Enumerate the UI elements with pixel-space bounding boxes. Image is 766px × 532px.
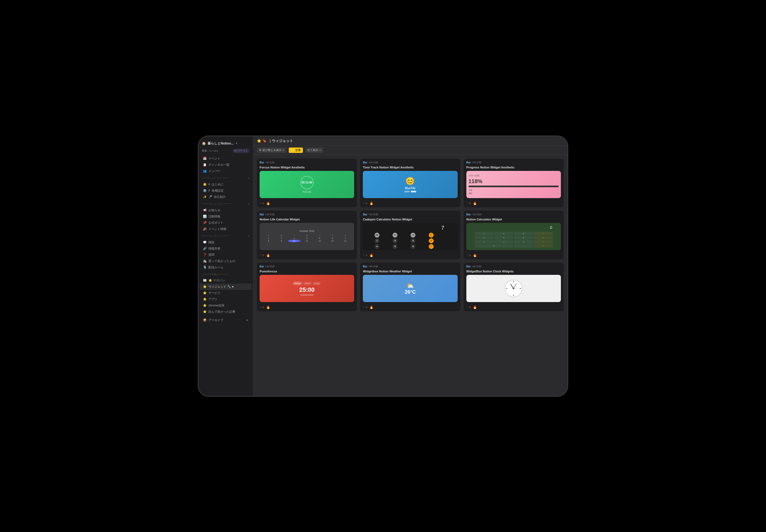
content-divider: ーーーコンテンツーーー + [199, 232, 253, 239]
tablet-frame: 🏠 暮らしとNotion... ▼ 投票：レベル1 9クブースト 📅 イベント … [198, 136, 568, 397]
sidebar-label: イベント情報 [209, 227, 227, 231]
card-header: Rei +30 日前 [257, 159, 357, 165]
server-icon: 🏠 [202, 142, 206, 145]
card-notion-calc[interactable]: Rei +30 日前 Notion Calculator Widget 0 7 … [464, 211, 563, 259]
sidebar-item-widget[interactable]: ⭐ ウィジェット 🔧 ● [200, 284, 252, 290]
card-image: 7 AC +/- % ÷ 7 8 9 × [363, 223, 457, 250]
card-focus[interactable]: Rei +30 日前 Forcus Notion Widget Aestheti… [257, 159, 357, 207]
card-calculator[interactable]: Rei +30 日前 Cadepen Calculator Notion Wid… [360, 211, 460, 259]
sidebar-item-settings[interactable]: ⚙️ # 各種設定 [200, 187, 252, 194]
card-title: Notion Life Calendar Widget [257, 217, 357, 223]
sidebar-level: 投票：レベル1 9クブースト [199, 148, 253, 155]
level-badge: 投票：レベル1 [202, 149, 218, 153]
add-community-icon[interactable]: + [248, 202, 250, 206]
sidebar-label: 各種設定 [212, 189, 224, 193]
sidebar-item-chat[interactable]: 💬 雑談 [200, 239, 252, 245]
sidebar-label: ウィジェット 🔧 ● [209, 285, 234, 289]
emoji-reaction: 🔥 [369, 305, 373, 309]
sidebar: 🏠 暮らしとNotion... ▼ 投票：レベル1 9クブースト 📅 イベント … [199, 136, 253, 396]
sidebar-item-activity[interactable]: 📊 活動情報 [200, 213, 252, 220]
card-progress[interactable]: Rei +30 日前 Progress Notion Widget Aesthe… [464, 159, 563, 207]
emoji-reaction: 🔥 [266, 201, 270, 205]
card-footer: ♡ 0 🔥 [464, 252, 563, 259]
stream-icon: 🎙️ [203, 266, 207, 269]
like-count: ♡ 0 [260, 254, 264, 257]
calculator-preview: 7 AC +/- % ÷ 7 8 9 × [363, 223, 457, 250]
card-header: Rei +30 日前 [464, 159, 563, 165]
card-header: Rei +30 日前 [464, 211, 563, 217]
sidebar-item-members[interactable]: 👥 メンバー [200, 168, 252, 174]
emoji-reaction: 🔥 [266, 253, 270, 257]
sidebar-label: 公式ポスト [209, 221, 224, 225]
card-header: Rei +30 日前 [360, 159, 460, 165]
archive-chevron: ▶ [247, 319, 249, 321]
timetrack-preview: 😊 BlueTile [363, 171, 457, 198]
sidebar-general-section: 🌟 # はじめに ⚙️ # 各種設定 ✨ 🎤 自己紹介 [199, 181, 253, 200]
card-pomodoro[interactable]: Rei +30 日前 Pumoforcus Focus Short Long 2… [257, 263, 357, 311]
card-image: ⛅ 26°C [363, 275, 457, 302]
sidebar-item-apps[interactable]: ⭐ アプリ [200, 296, 252, 302]
card-footer: ♡ 0 🔥 [464, 304, 563, 311]
card-weather[interactable]: Rei +30 日前 Widgetbox Notion Weather Widg… [360, 263, 460, 311]
sidebar-label: 買って良かったもの [209, 259, 235, 263]
sidebar-content-section: 📰 ⭐ マガジン ⭐ ウィジェット 🔧 ● ⭐ サービス ⭐ アプリ ⭐ chr… [199, 277, 253, 315]
sidebar-label: 雑談 [209, 240, 215, 244]
add-news-icon[interactable]: + [248, 176, 250, 180]
sidebar-item-share[interactable]: 🔗 情報共有 [200, 245, 252, 252]
server-name[interactable]: 🏠 暮らしとNotion... ▼ [202, 141, 238, 146]
sidebar-item-buys[interactable]: 🛍️ 買って良かったもの [200, 258, 252, 264]
view-all-button[interactable]: 全て表示 ∨ [305, 147, 323, 153]
sort-button[interactable]: ⇅ 並び替え＆表示 ∨ [257, 147, 287, 153]
sidebar-item-events[interactable]: 📅 イベント [200, 155, 252, 162]
sidebar-item-magazine[interactable]: 📰 ⭐ マガジン [200, 277, 252, 284]
sidebar-item-announcements[interactable]: 📢 お知らせ [200, 207, 252, 213]
pomodoro-preview: Focus Short Long 25:00 [260, 275, 354, 302]
clock-preview [466, 275, 561, 302]
card-footer: ♡ 0 🔥 [257, 304, 357, 311]
chat-icon: 💬 [203, 241, 207, 244]
card-clock[interactable]: Rei +30 日前 WidgetBox Notion Clock Widget… [464, 263, 563, 311]
progress-preview: 今月の目標 118% 読書✓ 運動 [466, 171, 561, 198]
sidebar-item-posts[interactable]: 📌 公式ポスト [200, 220, 252, 226]
sidebar-item-services[interactable]: ⭐ サービス [200, 290, 252, 296]
card-footer: ♡ 0 🔥 [257, 200, 357, 207]
filter-popular-button[interactable]: ⭐ 定番 [289, 147, 303, 153]
share-icon: 🔗 [203, 247, 207, 250]
card-footer: ♡ 0 🔥 [257, 252, 357, 259]
card-title: Notion Calculator Widget [464, 217, 563, 223]
emoji-reaction: 🔥 [369, 201, 373, 205]
sidebar-item-articles[interactable]: ⭐ 読んで良かった記事 [200, 309, 252, 315]
page-title: ｜ウィジェット [268, 139, 293, 143]
card-footer: ♡ 0 🔥 [360, 200, 460, 207]
sidebar-item-intro[interactable]: ✨ 🎤 自己紹介 [200, 194, 252, 200]
add-content-icon[interactable]: + [248, 234, 250, 238]
sidebar-label: chrome拡張 [209, 303, 225, 307]
sidebar-item-channels[interactable]: 📋 チャンネル一覧 [200, 162, 252, 168]
sidebar-item-qa[interactable]: ❓ 質問 [200, 252, 252, 258]
card-title: Progress Notion Widget Aesthetic [464, 165, 563, 171]
community-divider: ーーーコミュニティーーー + [199, 200, 253, 207]
card-calendar[interactable]: Rei +30 日前 Notion Life Calendar Widget O… [257, 211, 357, 259]
articles-icon: ⭐ [203, 310, 207, 313]
event-icon: 🎉 [203, 227, 207, 231]
sidebar-header: 🏠 暮らしとNotion... ▼ [199, 140, 253, 148]
settings-icon: ⚙️ [203, 189, 207, 192]
widget-icon: ⭐ [203, 285, 207, 288]
buy-icon: 🛍️ [203, 259, 207, 263]
sidebar-news-section: 📢 お知らせ 📊 活動情報 📌 公式ポスト 🎉 イベント情報 [199, 207, 253, 232]
focus-preview: 00:11:00 FOCUS [260, 171, 354, 198]
sidebar-label: サービス [209, 291, 221, 295]
card-timetrack[interactable]: Rei +30 日前 Time Track Notion Widget Aest… [360, 159, 460, 207]
start-icon: 🌟 [203, 183, 207, 186]
emoji-reaction: 🔥 [266, 305, 270, 309]
sidebar-item-stream[interactable]: 🎙️ 配信ルーム [200, 264, 252, 270]
sidebar-item-archive[interactable]: 📦 アーカイブ ▶ [200, 317, 252, 323]
sidebar-item-chrome[interactable]: ⭐ chrome拡張 [200, 302, 252, 309]
emoji-reaction: 🔥 [473, 253, 477, 257]
sidebar-item-start[interactable]: 🌟 # はじめに [200, 181, 252, 187]
sidebar-label: 配信ルーム [209, 265, 224, 269]
sidebar-label: ⭐ マガジン [209, 278, 225, 282]
events-icon: 📅 [203, 157, 207, 160]
sidebar-item-event-info[interactable]: 🎉 イベント情報 [200, 226, 252, 232]
card-image: October 2024 S M T W T F S 1 [260, 223, 354, 250]
